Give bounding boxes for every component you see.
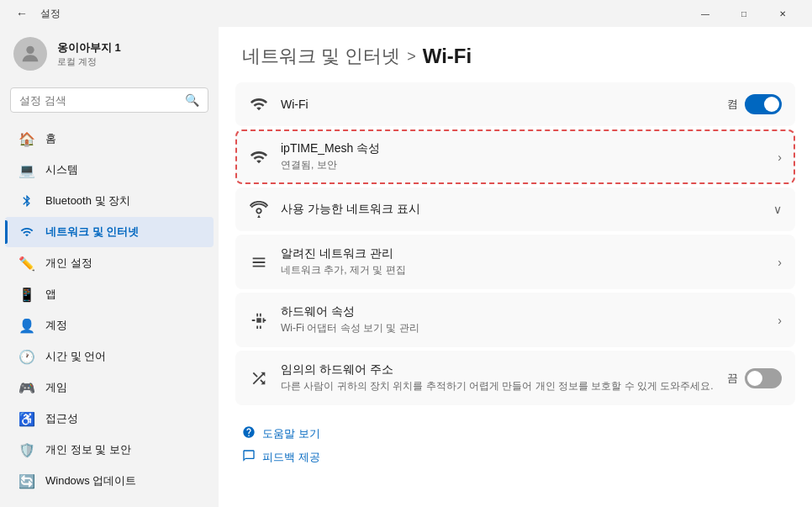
titlebar-title: 설정	[40, 7, 61, 21]
search-input[interactable]	[19, 94, 178, 107]
feedback-icon	[242, 449, 256, 466]
sidebar-item-label: 계정	[45, 318, 67, 333]
iptime-sub: 연결됨, 보안	[281, 158, 766, 172]
known-networks-title: 알려진 네트워크 관리	[281, 246, 766, 261]
sidebar-item-personalization[interactable]: ✏️ 개인 설정	[5, 248, 214, 278]
personalization-icon: ✏️	[18, 255, 35, 272]
privacy-icon: 🛡️	[18, 441, 35, 458]
feedback-link-label: 피드백 제공	[262, 450, 320, 465]
accounts-icon: 👤	[18, 317, 35, 334]
hardware-props-chevron: ›	[778, 314, 782, 327]
available-networks-chevron-down: ∨	[773, 203, 782, 216]
hardware-props-sub: Wi-Fi 어댑터 속성 보기 및 관리	[281, 321, 766, 335]
feedback-link[interactable]: 피드백 제공	[242, 449, 788, 466]
random-hw-toggle-label: 끔	[727, 371, 738, 386]
help-link[interactable]: 도움말 보기	[242, 425, 788, 442]
time-icon: 🕐	[18, 348, 35, 365]
sidebar-item-home[interactable]: 🏠 홈	[5, 124, 214, 154]
breadcrumb-parent: 네트워크 및 인터넷	[242, 44, 400, 69]
sidebar-item-label: 게임	[45, 380, 67, 395]
search-icon: 🔍	[185, 93, 199, 107]
settings-list: Wi-Fi 켬 ipTIME_Mesh 속성 연결됨,	[219, 82, 812, 405]
sidebar-item-updates[interactable]: 🔄 Windows 업데이트	[5, 466, 214, 496]
wifi-toggle[interactable]	[745, 94, 782, 114]
sidebar-item-label: Windows 업데이트	[45, 473, 136, 489]
gaming-icon: 🎮	[18, 379, 35, 396]
sidebar-item-network[interactable]: 네트워크 및 인터넷	[5, 217, 214, 247]
list-icon	[249, 252, 269, 272]
sidebar-item-time[interactable]: 🕐 시간 및 언어	[5, 341, 214, 372]
hardware-props-text: 하드웨어 속성 Wi-Fi 어댑터 속성 보기 및 관리	[281, 304, 766, 335]
tower-icon	[249, 199, 269, 219]
known-networks-sub: 네트워크 추가, 제거 및 편집	[281, 263, 766, 277]
random-hw-text: 임의의 하드웨어 주소 다른 사람이 귀하의 장치 위치를 추적하기 어렵게 만…	[281, 362, 715, 393]
sidebar-item-label: 시스템	[45, 162, 78, 177]
sidebar-item-label: 개인 설정	[45, 256, 92, 271]
breadcrumb-current: Wi-Fi	[423, 45, 472, 68]
close-button[interactable]: ✕	[763, 0, 802, 27]
content-footer: 도움말 보기 피드백 제공	[219, 409, 812, 483]
available-networks-text: 사용 가능한 네트워크 표시	[281, 202, 762, 217]
sidebar-item-gaming[interactable]: 🎮 게임	[5, 372, 214, 403]
iptime-row[interactable]: ipTIME_Mesh 속성 연결됨, 보안 ›	[235, 129, 795, 184]
iptime-wifi-icon	[249, 147, 269, 167]
minimize-button[interactable]: —	[686, 0, 725, 27]
iptime-text: ipTIME_Mesh 속성 연결됨, 보안	[281, 141, 766, 172]
system-icon: 💻	[18, 161, 35, 178]
svg-point-0	[26, 46, 34, 54]
toggle-knob	[747, 371, 762, 386]
accessibility-icon: ♿	[18, 410, 35, 427]
sidebar-item-label: Bluetooth 및 장치	[45, 193, 130, 209]
network-icon	[18, 224, 35, 240]
random-hw-card: 임의의 하드웨어 주소 다른 사람이 귀하의 장치 위치를 추적하기 어렵게 만…	[235, 351, 795, 405]
sidebar-item-label: 시간 및 언어	[45, 349, 106, 364]
available-networks-card: 사용 가능한 네트워크 표시 ∨	[235, 187, 795, 231]
known-networks-card: 알려진 네트워크 관리 네트워크 추가, 제거 및 편집 ›	[235, 235, 795, 289]
nav-section: 🏠 홈 💻 시스템 Bluetooth 및 장치 네트워크 및 인터넷	[0, 119, 219, 507]
sidebar-item-apps[interactable]: 📱 앱	[5, 279, 214, 309]
iptime-title: ipTIME_Mesh 속성	[281, 141, 766, 156]
help-icon	[242, 425, 256, 442]
hardware-props-row[interactable]: 하드웨어 속성 Wi-Fi 어댑터 속성 보기 및 관리 ›	[235, 293, 795, 347]
wifi-main-row: Wi-Fi 켬	[235, 82, 795, 126]
sidebar-item-accessibility[interactable]: ♿ 접근성	[5, 404, 214, 434]
hardware-props-card: 하드웨어 속성 Wi-Fi 어댑터 속성 보기 및 관리 ›	[235, 293, 795, 347]
available-networks-row[interactable]: 사용 가능한 네트워크 표시 ∨	[235, 187, 795, 231]
avatar	[13, 37, 47, 71]
wifi-toggle-area: 켬	[727, 94, 782, 114]
sidebar-item-label: 홈	[45, 131, 56, 146]
random-hw-sub: 다른 사람이 귀하의 장치 위치를 추적하기 어렵게 만들어 개인 정보를 보호…	[281, 379, 715, 393]
sidebar: 옹이아부지 1 로컬 계정 🔍 🏠 홈 💻 시스템 Bluetoo	[0, 27, 219, 507]
profile-sub: 로컬 계정	[57, 55, 121, 68]
search-box[interactable]: 🔍	[10, 87, 208, 113]
content-area: 네트워크 및 인터넷 > Wi-Fi Wi-Fi 켬	[219, 27, 812, 507]
known-networks-text: 알려진 네트워크 관리 네트워크 추가, 제거 및 편집	[281, 246, 766, 277]
toggle-knob	[764, 97, 779, 112]
sidebar-item-privacy[interactable]: 🛡️ 개인 정보 및 보안	[5, 435, 214, 465]
known-networks-chevron: ›	[778, 256, 782, 269]
breadcrumb: 네트워크 및 인터넷 > Wi-Fi	[242, 44, 788, 69]
chip-icon	[249, 310, 269, 330]
random-hw-toggle[interactable]	[745, 368, 782, 388]
maximize-button[interactable]: □	[725, 0, 763, 27]
profile-info: 옹이아부지 1 로컬 계정	[57, 40, 121, 68]
random-hw-toggle-area: 끔	[727, 368, 782, 388]
titlebar-back[interactable]: ←	[10, 2, 34, 25]
titlebar: ← 설정 — □ ✕	[0, 0, 812, 27]
random-hw-row: 임의의 하드웨어 주소 다른 사람이 귀하의 장치 위치를 추적하기 어렵게 만…	[235, 351, 795, 405]
hardware-props-title: 하드웨어 속성	[281, 304, 766, 320]
available-networks-title: 사용 가능한 네트워크 표시	[281, 202, 762, 217]
home-icon: 🏠	[18, 130, 35, 147]
breadcrumb-arrow: >	[407, 48, 416, 66]
known-networks-row[interactable]: 알려진 네트워크 관리 네트워크 추가, 제거 및 편집 ›	[235, 235, 795, 289]
sidebar-item-accounts[interactable]: 👤 계정	[5, 310, 214, 341]
apps-icon: 📱	[18, 286, 35, 303]
shuffle-icon	[249, 368, 269, 388]
wifi-toggle-label: 켬	[727, 97, 738, 112]
random-hw-title: 임의의 하드웨어 주소	[281, 362, 715, 378]
sidebar-item-system[interactable]: 💻 시스템	[5, 155, 214, 185]
sidebar-item-label: 네트워크 및 인터넷	[45, 224, 139, 240]
sidebar-item-bluetooth[interactable]: Bluetooth 및 장치	[5, 186, 214, 216]
profile-section[interactable]: 옹이아부지 1 로컬 계정	[0, 27, 219, 81]
sidebar-item-label: 접근성	[45, 411, 78, 426]
